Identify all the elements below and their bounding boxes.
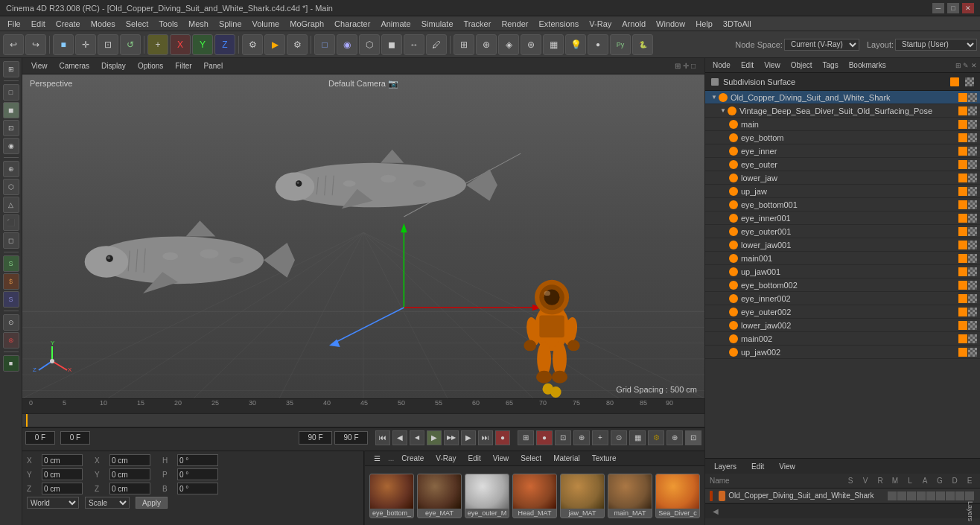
menu-simulate[interactable]: Simulate xyxy=(417,18,458,30)
left-tool-s3[interactable]: S xyxy=(3,291,19,308)
tree-item-eye-inner-001[interactable]: eye_inner001 xyxy=(705,211,980,225)
mat-toolbar-expand[interactable]: ☰ xyxy=(369,454,385,463)
mat-vray-btn[interactable]: V-Ray xyxy=(431,454,460,463)
material-eye-outer[interactable]: eye_outer_M xyxy=(465,474,509,518)
playback-mode-7[interactable]: ▦ xyxy=(629,430,646,445)
om-bookmarks-btn[interactable]: Bookmarks xyxy=(844,60,891,70)
undo-button[interactable]: ↩ xyxy=(3,34,24,55)
tree-item-up-jaw[interactable]: up_jaw xyxy=(705,185,980,198)
tree-item-main-001[interactable]: main001 xyxy=(705,252,980,265)
left-tool-11[interactable]: ⊙ xyxy=(3,314,19,331)
preview-end-input[interactable] xyxy=(334,431,368,445)
prev-10-button[interactable]: ◀ xyxy=(410,430,424,445)
menu-help[interactable]: Help xyxy=(691,18,717,30)
om-view-btn[interactable]: View xyxy=(760,60,785,70)
current-frame-input[interactable] xyxy=(25,431,55,445)
layers-layers-btn[interactable]: Layers xyxy=(710,462,741,471)
vp-panel-btn[interactable]: Panel xyxy=(200,61,228,71)
tree-item-up-jaw-002[interactable]: up_jaw002 xyxy=(705,346,980,359)
menu-vray[interactable]: V-Ray xyxy=(585,18,616,30)
prev-frame-button[interactable]: ◀ xyxy=(392,430,407,445)
more-2[interactable]: ⊛ xyxy=(521,34,541,55)
menu-modes[interactable]: Modes xyxy=(86,18,120,30)
left-tool-13[interactable]: ■ xyxy=(3,355,19,372)
vp-options-btn[interactable]: Options xyxy=(133,61,168,71)
om-node-btn[interactable]: Node xyxy=(708,60,735,70)
menu-tracker[interactable]: Tracker xyxy=(459,18,496,30)
playback-mode-2[interactable]: ● xyxy=(536,430,553,445)
material-main[interactable]: main_MAT xyxy=(608,474,652,518)
tree-item-eye-outer-001[interactable]: eye_outer001 xyxy=(705,225,980,238)
minimize-button[interactable]: ─ xyxy=(932,3,944,13)
left-tool-5[interactable]: ◉ xyxy=(3,138,19,154)
tree-item-up-jaw-001[interactable]: up_jaw001 xyxy=(705,265,980,279)
playback-mode-3[interactable]: ⊡ xyxy=(555,430,571,445)
layers-edit-btn[interactable]: Edit xyxy=(747,462,769,471)
scale-h-input[interactable] xyxy=(177,454,218,466)
tree-item-eye-inner[interactable]: eye_inner xyxy=(705,144,980,158)
material-eye-bottom[interactable]: eye_bottom_ xyxy=(369,474,414,518)
left-tool-6[interactable]: ⊕ xyxy=(3,161,19,177)
tree-item-eye-bottom-001[interactable]: eye_bottom001 xyxy=(705,198,980,211)
layout-select[interactable]: Startup (User) xyxy=(895,39,977,51)
tree-item-vintage[interactable]: ▼ Vintage_Deep_Sea_Diver_Suit_Old_Surfac… xyxy=(705,104,980,118)
scene-tree[interactable]: ▼ Old_Copper_Diving_Suit_and_White_Shark… xyxy=(705,91,980,458)
tree-item-lower-jaw-001[interactable]: lower_jaw001 xyxy=(705,238,980,252)
menu-extensions[interactable]: Extensions xyxy=(534,18,583,30)
obj-display-2[interactable]: ◉ xyxy=(337,34,357,55)
left-tool-4[interactable]: ⊡ xyxy=(3,120,19,136)
scale-p-input[interactable] xyxy=(177,468,218,480)
vp-cameras-btn[interactable]: Cameras xyxy=(55,61,95,71)
tree-item-eye-outer-002[interactable]: eye_outer002 xyxy=(705,305,980,319)
next-10-button[interactable]: ▶▶ xyxy=(444,430,459,445)
left-tool-1[interactable]: ⊞ xyxy=(3,61,19,77)
x-axis-button[interactable]: X xyxy=(170,34,191,55)
object-mode-button[interactable]: ✛ xyxy=(75,34,96,55)
rot-y-input[interactable] xyxy=(109,468,150,480)
next-frame-button[interactable]: ▶ xyxy=(461,430,476,445)
redo-button[interactable]: ↪ xyxy=(25,34,46,55)
tree-item-eye-inner-002[interactable]: eye_inner002 xyxy=(705,292,980,305)
playback-mode-10[interactable]: ⊡ xyxy=(685,430,701,445)
obj-display-1[interactable]: □ xyxy=(314,34,335,55)
y-axis-button[interactable]: Y xyxy=(192,34,213,55)
more-3[interactable]: ● xyxy=(588,34,608,55)
left-tool-3[interactable]: ◼ xyxy=(3,102,19,118)
vp-view-btn[interactable]: View xyxy=(27,61,52,71)
py-button[interactable]: Py xyxy=(610,34,631,55)
mat-select-btn[interactable]: Select xyxy=(516,454,546,463)
left-tool-12[interactable]: ⊗ xyxy=(3,332,19,349)
pos-y-input[interactable] xyxy=(42,468,83,480)
menu-mograph[interactable]: MoGraph xyxy=(285,18,328,30)
playback-mode-4[interactable]: ⊕ xyxy=(573,430,590,445)
light-button[interactable]: 💡 xyxy=(565,34,586,55)
left-tool-s2[interactable]: $ xyxy=(3,273,19,290)
tree-item-lower-jaw[interactable]: lower_jaw xyxy=(705,171,980,185)
menu-render[interactable]: Render xyxy=(497,18,532,30)
left-tool-10[interactable]: ◻ xyxy=(3,232,19,249)
obj-display-4[interactable]: ◼ xyxy=(381,34,402,55)
material-sea-diver[interactable]: Sea_Diver_c xyxy=(655,474,700,518)
animate-mode-button[interactable]: ↺ xyxy=(120,34,141,55)
left-tool-9[interactable]: ⬛ xyxy=(3,214,19,231)
tree-item-eye-outer[interactable]: eye_outer xyxy=(705,158,980,171)
layers-view-btn[interactable]: View xyxy=(774,462,800,471)
viewport-canvas[interactable]: Perspective Default Camera 📷 Grid Spacin… xyxy=(22,74,704,398)
menu-select[interactable]: Select xyxy=(121,18,153,30)
z-axis-button[interactable]: Z xyxy=(214,34,235,55)
menu-mesh[interactable]: Mesh xyxy=(184,18,213,30)
menu-file[interactable]: File xyxy=(3,18,25,30)
om-edit-btn[interactable]: Edit xyxy=(736,60,758,70)
mat-texture-btn[interactable]: Texture xyxy=(588,454,621,463)
obj-display-5[interactable]: ↔ xyxy=(404,34,424,55)
goto-end-button[interactable]: ⏭ xyxy=(478,430,493,445)
texture-mode-button[interactable]: ⊡ xyxy=(98,34,118,55)
play-button[interactable]: ▶ xyxy=(427,430,442,445)
playback-mode-8[interactable]: ⚙ xyxy=(648,430,664,445)
scale-select[interactable]: Scale xyxy=(85,497,130,509)
goto-start-button[interactable]: ⏮ xyxy=(375,430,390,445)
pos-z-input[interactable] xyxy=(42,483,83,494)
tree-item-main[interactable]: main xyxy=(705,118,980,131)
start-frame-input[interactable] xyxy=(60,431,90,445)
render-region-button[interactable]: ⚙ xyxy=(242,34,263,55)
